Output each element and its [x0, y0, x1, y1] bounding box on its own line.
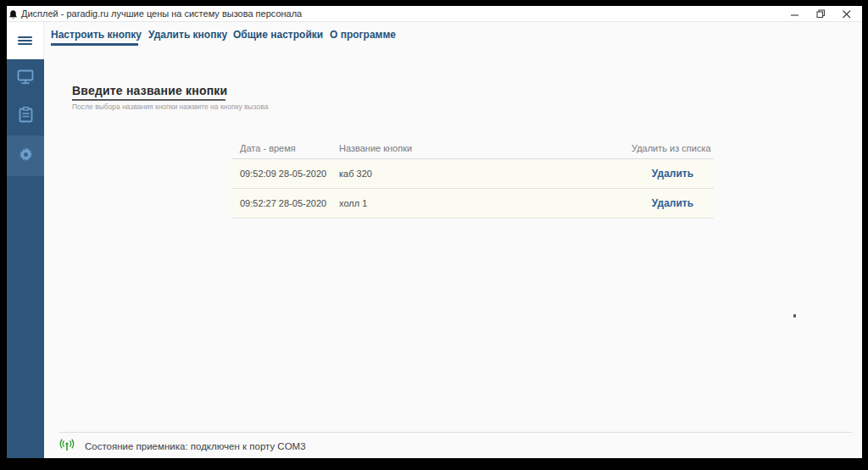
delete-link[interactable]: Удалить — [632, 197, 714, 209]
header-datetime: Дата - время — [231, 143, 331, 153]
sidebar — [7, 22, 44, 458]
cursor-artifact — [793, 314, 796, 318]
sidebar-item-display[interactable] — [7, 59, 44, 97]
button-name-input[interactable]: Введите название кнопки — [72, 84, 227, 97]
tab-delete-button[interactable]: Удалить кнопку — [148, 25, 220, 46]
menu-button[interactable] — [7, 22, 44, 59]
statusbar-divider — [59, 432, 852, 433]
table-header-row: Дата - время Название кнопки Удалить из … — [231, 138, 714, 159]
monitor-icon — [17, 69, 34, 88]
cell-datetime: 09:52:27 28-05-2020 — [231, 198, 331, 208]
gear-icon — [19, 147, 33, 165]
cell-datetime: 09:52:09 28-05-2020 — [231, 169, 331, 179]
hamburger-icon — [18, 35, 32, 47]
broadcast-icon — [59, 439, 75, 455]
input-helper-text: После выбора названия кнопки нажмите на … — [72, 102, 268, 111]
titlebar: Дисплей - paradig.ru лучшие цены на сист… — [7, 6, 862, 22]
restore-button[interactable] — [813, 8, 828, 20]
table-row: 09:52:27 28-05-2020 холл 1 Удалить — [231, 189, 714, 218]
tab-about[interactable]: О программе — [330, 25, 391, 46]
input-underline — [72, 99, 225, 101]
tab-general-settings[interactable]: Общие настройки — [233, 25, 309, 46]
sidebar-item-log[interactable] — [7, 97, 44, 135]
app-window: Дисплей - paradig.ru лучшие цены на сист… — [7, 6, 862, 458]
delete-link[interactable]: Удалить — [632, 168, 714, 180]
app-bell-icon — [8, 8, 19, 19]
table-row: 09:52:09 28-05-2020 каб 320 Удалить — [231, 159, 714, 189]
header-button-name: Название кнопки — [331, 143, 632, 153]
clipboard-icon — [19, 107, 33, 126]
cell-button-name: холл 1 — [331, 198, 632, 208]
receiver-status-text: Состояние приемника: подключен к порту C… — [85, 441, 306, 451]
cell-button-name: каб 320 — [331, 169, 632, 179]
window-title: Дисплей - paradig.ru лучшие цены на сист… — [21, 8, 302, 19]
buttons-table: Дата - время Название кнопки Удалить из … — [231, 138, 714, 218]
tab-configure-button[interactable]: Настроить кнопку — [51, 25, 138, 46]
header-delete: Удалить из списка — [632, 143, 714, 153]
sidebar-item-settings[interactable] — [7, 135, 44, 176]
minimize-button[interactable] — [787, 8, 803, 20]
close-button[interactable] — [839, 8, 854, 20]
